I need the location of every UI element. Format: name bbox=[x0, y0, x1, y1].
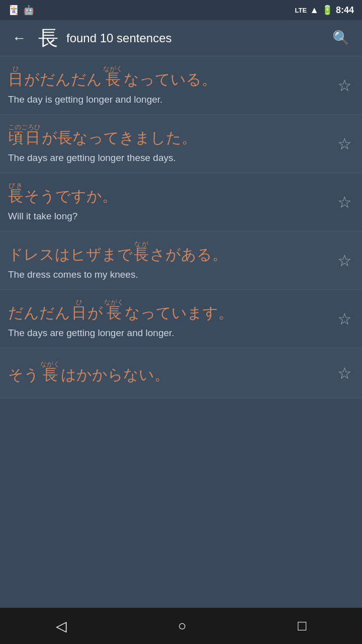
ruby-group: 長 ながく bbox=[103, 65, 123, 90]
kana-text: なっている。 bbox=[124, 69, 217, 90]
android-icon: 🤖 bbox=[23, 5, 34, 16]
kana-text: ドレスはヒザまで bbox=[8, 245, 133, 265]
home-nav-button[interactable]: ○ bbox=[158, 612, 207, 640]
ruby-group: 長 ながく bbox=[40, 361, 60, 385]
kana-text: が bbox=[87, 303, 103, 324]
favorite-button[interactable]: ☆ bbox=[335, 362, 354, 385]
signal-icon: ▲ bbox=[310, 5, 319, 16]
sentence-content: そう 長 ながく はかからない。 bbox=[8, 361, 329, 385]
back-button[interactable]: ← bbox=[8, 26, 30, 50]
japanese-ruby-line: だんだん 日 ひ が 長 ながく なっています。 bbox=[8, 299, 329, 324]
sentence-list: 日 ひ がだんだん 長 ながく なっている。 The day is gettin… bbox=[0, 56, 362, 435]
status-left-icons: 🃏 🤖 bbox=[8, 5, 291, 16]
toolbar-kanji: 長 bbox=[38, 24, 58, 52]
ruby-group: 頃日 このごろひ bbox=[8, 124, 41, 148]
sentence-item[interactable]: ドレスはヒザまで 長 なが さがある。 The dress comes to m… bbox=[0, 231, 362, 290]
favorite-button[interactable]: ☆ bbox=[335, 132, 354, 155]
sentence-item[interactable]: 長 びき そうですか。 Will it take long? ☆ bbox=[0, 173, 362, 231]
kana-text: なっています。 bbox=[125, 303, 233, 324]
japanese-ruby-line: 日 ひ がだんだん 長 ながく なっている。 bbox=[8, 65, 329, 90]
recents-nav-button[interactable]: □ bbox=[278, 612, 326, 640]
favorite-button[interactable]: ☆ bbox=[335, 249, 354, 272]
kana-text: がだんだん bbox=[24, 69, 102, 90]
kana-text: だんだん bbox=[8, 303, 70, 324]
sentence-content: 長 びき そうですか。 Will it take long? bbox=[8, 182, 329, 222]
kana-text: さがある。 bbox=[150, 245, 227, 265]
favorite-button[interactable]: ☆ bbox=[335, 74, 354, 97]
ruby-group: 長 ながく bbox=[104, 299, 124, 324]
japanese-ruby-line: 頃日 このごろひ が長なってきました。 bbox=[8, 124, 329, 148]
english-translation: Will it take long? bbox=[8, 211, 329, 222]
sentence-content: ドレスはヒザまで 長 なが さがある。 The dress comes to m… bbox=[8, 240, 329, 280]
english-translation: The days are getting longer and longer. bbox=[8, 328, 329, 339]
navigation-bar: ◁ ○ □ bbox=[0, 608, 362, 644]
status-bar: 🃏 🤖 LTE ▲ 🔋 8:44 bbox=[0, 0, 362, 20]
favorite-button[interactable]: ☆ bbox=[335, 191, 354, 214]
sentence-content: だんだん 日 ひ が 長 ながく なっています。 The days are ge… bbox=[8, 299, 329, 339]
kana-text: そう bbox=[8, 365, 39, 385]
kana-text: はかからない。 bbox=[61, 365, 169, 385]
toolbar-title: found 10 sentences bbox=[66, 31, 328, 45]
favorite-button[interactable]: ☆ bbox=[335, 307, 354, 331]
japanese-ruby-line: 長 びき そうですか。 bbox=[8, 182, 329, 207]
english-translation: The day is getting longer and longer. bbox=[8, 94, 329, 105]
status-right-area: LTE ▲ 🔋 8:44 bbox=[295, 5, 354, 16]
sentence-item[interactable]: 頃日 このごろひ が長なってきました。 The days are getting… bbox=[0, 115, 362, 173]
status-time: 8:44 bbox=[336, 5, 354, 16]
sentence-item[interactable]: だんだん 日 ひ が 長 ながく なっています。 The days are ge… bbox=[0, 290, 362, 348]
english-translation: The days are getting longer these days. bbox=[8, 152, 329, 164]
ruby-group: 長 なが bbox=[134, 240, 149, 265]
sentence-item[interactable]: そう 長 ながく はかからない。 ☆ bbox=[0, 348, 362, 398]
ruby-group: 日 ひ bbox=[8, 65, 23, 90]
toolbar: ← 長 found 10 sentences 🔍 bbox=[0, 20, 362, 56]
english-translation: The dress comes to my knees. bbox=[8, 269, 329, 280]
search-button[interactable]: 🔍 bbox=[328, 26, 354, 50]
battery-icon: 🔋 bbox=[322, 5, 333, 16]
japanese-ruby-line: そう 長 ながく はかからない。 bbox=[8, 361, 329, 385]
back-nav-button[interactable]: ◁ bbox=[36, 612, 87, 640]
lte-label: LTE bbox=[295, 7, 307, 14]
sentence-content: 頃日 このごろひ が長なってきました。 The days are getting… bbox=[8, 124, 329, 164]
sim-icon: 🃏 bbox=[8, 5, 19, 16]
japanese-ruby-line: ドレスはヒザまで 長 なが さがある。 bbox=[8, 240, 329, 265]
ruby-group: 長 びき bbox=[8, 182, 23, 207]
kana-text: が長なってきました。 bbox=[42, 128, 197, 148]
kana-text: そうですか。 bbox=[24, 186, 117, 207]
ruby-group: 日 ひ bbox=[71, 299, 86, 324]
sentence-item[interactable]: 日 ひ がだんだん 長 ながく なっている。 The day is gettin… bbox=[0, 56, 362, 115]
sentence-content: 日 ひ がだんだん 長 ながく なっている。 The day is gettin… bbox=[8, 65, 329, 105]
